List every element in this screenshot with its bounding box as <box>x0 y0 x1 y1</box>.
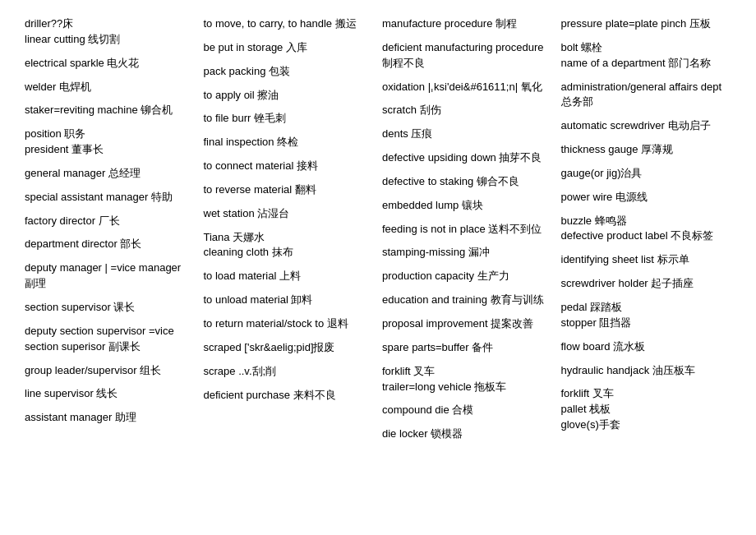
entry-4-6: gauge(or jig)治具 <box>561 166 732 182</box>
entry-4-1: pressure plate=plate pinch 压板 <box>561 16 732 32</box>
entry-1-9: department director 部长 <box>25 237 196 252</box>
column-1: driller??床linear cutting 线切割electrical s… <box>25 16 196 442</box>
entry-3-8: embedded lump 镶块 <box>382 198 553 214</box>
entry-3-16: compound die 合模 <box>382 403 553 418</box>
entry-3-14: spare parts=buffer 备件 <box>382 340 553 356</box>
entry-1-3: welder 电焊机 <box>25 80 196 95</box>
column-2: to move, to carry, to handle 搬运be put in… <box>204 16 375 442</box>
entry-2-12: to unload material 卸料 <box>204 293 375 308</box>
entry-4-12: flow board 流水板 <box>561 339 732 355</box>
entry-2-6: final inspection 终检 <box>204 135 375 150</box>
entry-4-13: hydraulic handjack 油压板车 <box>561 363 732 379</box>
entry-3-6: defective upsiding down 抽芽不良 <box>382 150 553 166</box>
entry-1-15: assistant manager 助理 <box>25 410 196 426</box>
entry-2-8: to reverse material 翻料 <box>204 182 375 198</box>
entry-2-2: be put in storage 入库 <box>204 40 375 56</box>
entry-3-17: die locker 锁模器 <box>382 427 553 442</box>
entry-2-16: deficient purchase 来料不良 <box>204 388 375 404</box>
entry-3-10: stamping-missing 漏冲 <box>382 245 553 261</box>
entry-3-9: feeding is not in place 送料不到位 <box>382 222 553 238</box>
entry-1-10: deputy manager | =vice manager副理 <box>25 261 196 292</box>
entry-3-2: deficient manufacturing procedure制程不良 <box>382 40 553 71</box>
entry-3-15: forklift 叉车trailer=long vehicle 拖板车 <box>382 364 553 395</box>
entry-4-3: administration/general affairs dept总务部 <box>561 80 732 111</box>
entry-4-2: bolt 螺栓name of a department 部门名称 <box>561 40 732 71</box>
entry-3-5: dents 压痕 <box>382 127 553 142</box>
entry-4-8: buzzle 蜂鸣器defective product label 不良标签 <box>561 214 732 245</box>
entry-1-7: special assistant manager 特助 <box>25 190 196 205</box>
entry-4-4: automatic screwdriver 电动启子 <box>561 118 732 134</box>
entry-2-14: scraped ['skr&aelig;pid]报废 <box>204 340 375 356</box>
main-content: driller??床linear cutting 线切割electrical s… <box>25 16 731 442</box>
entry-1-13: group leader/supervisor 组长 <box>25 363 196 379</box>
entry-3-11: production capacity 生产力 <box>382 269 553 284</box>
entry-1-11: section supervisor 课长 <box>25 300 196 316</box>
entry-4-11: pedal 踩踏板stopper 阻挡器 <box>561 300 732 331</box>
entry-2-13: to return material/stock to 退料 <box>204 316 375 332</box>
entry-2-5: to file burr 锉毛刺 <box>204 111 375 127</box>
entry-2-1: to move, to carry, to handle 搬运 <box>204 16 375 32</box>
entry-1-1: driller??床linear cutting 线切割 <box>25 16 196 48</box>
entry-2-9: wet station 沾湿台 <box>204 206 375 222</box>
entry-2-4: to apply oil 擦油 <box>204 88 375 104</box>
entry-1-4: staker=reviting machine 铆合机 <box>25 103 196 118</box>
entry-2-15: scrape ..v.刮;削 <box>204 364 375 380</box>
entry-4-10: screwdriver holder 起子插座 <box>561 276 732 292</box>
entry-3-1: manufacture procedure 制程 <box>382 16 553 32</box>
entry-3-3: oxidation |ˌksi'dei&#61611;n| 氧化 <box>382 80 553 95</box>
entry-1-12: deputy section supervisor =vicesection s… <box>25 324 196 355</box>
entry-1-5: position 职务president 董事长 <box>25 127 196 158</box>
entry-1-2: electrical sparkle 电火花 <box>25 56 196 71</box>
entry-4-14: forklift 叉车pallet 栈板glove(s)手套 <box>561 386 732 433</box>
entry-1-6: general manager 总经理 <box>25 166 196 182</box>
entry-1-8: factory director 厂长 <box>25 214 196 229</box>
entry-2-10: Tiana 天娜水cleaning cloth 抹布 <box>204 230 375 261</box>
entry-4-9: identifying sheet list 标示单 <box>561 252 732 268</box>
entry-3-4: scratch 刮伤 <box>382 103 553 118</box>
entry-3-12: education and training 教育与训练 <box>382 293 553 308</box>
entry-2-7: to connect material 接料 <box>204 159 375 174</box>
entry-2-3: pack packing 包装 <box>204 64 375 80</box>
entry-3-13: proposal improvement 提案改善 <box>382 316 553 332</box>
entry-2-11: to load material 上料 <box>204 269 375 284</box>
entry-3-7: defective to staking 铆合不良 <box>382 174 553 190</box>
entry-4-7: power wire 电源线 <box>561 190 732 205</box>
column-3: manufacture procedure 制程deficient manufa… <box>382 16 553 442</box>
entry-4-5: thickness gauge 厚薄规 <box>561 142 732 158</box>
entry-1-14: line supervisor 线长 <box>25 386 196 402</box>
column-4: pressure plate=plate pinch 压板bolt 螺栓name… <box>561 16 732 442</box>
